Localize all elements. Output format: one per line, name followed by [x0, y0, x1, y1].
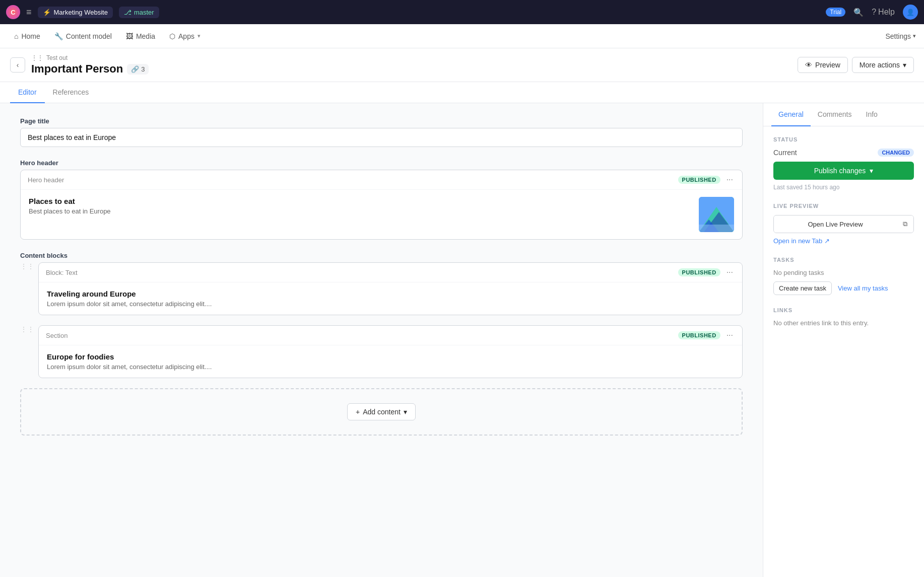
live-preview-section-title: LIVE PREVIEW: [773, 203, 914, 209]
user-avatar[interactable]: 👤: [903, 5, 918, 20]
hero-header-field: Hero header Hero header PUBLISHED ··· Pl…: [20, 159, 743, 240]
no-pending-tasks-text: No pending tasks: [773, 269, 914, 276]
nav-media[interactable]: 🖼 Media: [120, 29, 161, 43]
block-1-menu-button[interactable]: ···: [724, 331, 735, 340]
nav-apps-label: Apps: [178, 32, 194, 40]
hero-header-card-body: Places to eat Best places to eat in Euro…: [21, 190, 742, 239]
trial-badge[interactable]: Trial: [826, 8, 845, 17]
hero-header-menu-button[interactable]: ···: [724, 175, 735, 184]
hero-header-card: Hero header PUBLISHED ··· Places to eat …: [20, 170, 743, 240]
content-blocks-field: Content blocks ⋮⋮ Block: Text PUBLISHED …: [20, 252, 743, 436]
breadcrumb-icon: ⋮⋮: [31, 54, 43, 61]
add-content-chevron-icon: ▾: [404, 408, 407, 416]
publish-label: Publish changes: [814, 167, 866, 175]
publish-button[interactable]: Publish changes ▾: [773, 162, 914, 180]
content-blocks-wrapper: ⋮⋮ Block: Text PUBLISHED ··· Traveling a…: [20, 262, 743, 436]
last-saved-text: Last saved 15 hours ago: [773, 184, 914, 191]
breadcrumb: ⋮⋮ Test out: [31, 54, 791, 61]
publish-chevron-icon: ▾: [870, 167, 873, 175]
nav-home-label: Home: [21, 32, 40, 40]
menu-icon[interactable]: ≡: [26, 7, 32, 18]
block-0-content: Traveling around Europe Lorem ipsum dolo…: [47, 290, 734, 308]
hero-header-title: Places to eat: [29, 197, 691, 205]
project-selector[interactable]: ⚡ Marketing Website: [38, 7, 113, 18]
sidebar-tab-general[interactable]: General: [771, 103, 811, 126]
page-title-input[interactable]: [20, 128, 743, 147]
link-icon: 🔗: [131, 65, 139, 73]
apps-chevron-icon: ▾: [197, 33, 201, 39]
more-actions-chevron-icon: ▾: [903, 61, 906, 69]
copy-preview-link-button[interactable]: ⧉: [897, 215, 913, 233]
entry-title-row: Important Person 🔗 3: [31, 62, 791, 76]
sidebar-tabs: General Comments Info: [763, 103, 924, 126]
content-blocks-label: Content blocks: [20, 252, 743, 259]
open-in-tab-button[interactable]: Open in new Tab ↗: [773, 237, 830, 245]
search-button[interactable]: 🔍: [853, 8, 864, 17]
more-actions-label: More actions: [860, 61, 900, 69]
plus-icon: +: [356, 408, 360, 416]
drag-handle-0[interactable]: ⋮⋮: [20, 262, 34, 270]
drag-handle-1[interactable]: ⋮⋮: [20, 325, 34, 333]
help-button[interactable]: ? Help: [872, 8, 895, 17]
external-link-icon: ↗: [824, 237, 830, 245]
second-nav: ⌂ Home 🔧 Content model 🖼 Media ⬡ Apps ▾ …: [0, 24, 924, 48]
view-all-tasks-button[interactable]: View all my tasks: [838, 284, 888, 292]
status-row: Current CHANGED: [773, 149, 914, 157]
top-nav: C ≡ ⚡ Marketing Website ⎇ master Trial 🔍…: [0, 0, 924, 24]
hero-header-desc: Best places to eat in Europe: [29, 207, 691, 215]
nav-media-label: Media: [136, 32, 155, 40]
block-0-title: Traveling around Europe: [47, 290, 734, 298]
bolt-icon: ⚡: [43, 9, 51, 16]
block-card-0: Block: Text PUBLISHED ··· Traveling arou…: [38, 262, 743, 315]
tasks-section-title: TASKS: [773, 257, 914, 263]
branch-name: master: [134, 9, 154, 16]
preview-label: Preview: [815, 61, 840, 69]
sidebar-tab-comments[interactable]: Comments: [811, 103, 859, 126]
block-0-menu-button[interactable]: ···: [724, 268, 735, 277]
block-0-body: Traveling around Europe Lorem ipsum dolo…: [39, 282, 742, 315]
settings-label: Settings: [885, 32, 911, 40]
links-section: LINKS No other entries link to this entr…: [773, 307, 914, 327]
entry-header: ‹ ⋮⋮ Test out Important Person 🔗 3 👁 Pre…: [0, 48, 924, 82]
nav-home[interactable]: ⌂ Home: [8, 29, 46, 43]
sidebar: General Comments Info STATUS Current CHA…: [763, 103, 924, 577]
tasks-actions: Create new task View all my tasks: [773, 281, 914, 295]
view-all-tasks-label: View all my tasks: [838, 284, 888, 292]
ref-count: 3: [141, 65, 145, 73]
nav-content-model[interactable]: 🔧 Content model: [48, 29, 118, 43]
status-current-label: Current: [773, 149, 797, 157]
open-live-preview-button[interactable]: Open Live Preview: [774, 216, 897, 233]
settings-chevron-icon: ▾: [913, 33, 916, 39]
block-1-name: Section: [46, 332, 678, 339]
settings-button[interactable]: Settings ▾: [885, 32, 916, 40]
preview-button[interactable]: 👁 Preview: [798, 57, 848, 73]
block-1-header: Section PUBLISHED ···: [39, 326, 742, 345]
back-button[interactable]: ‹: [10, 57, 25, 73]
block-0-status: PUBLISHED: [678, 268, 720, 276]
sidebar-tab-info[interactable]: Info: [859, 103, 885, 126]
copy-icon: ⧉: [903, 220, 907, 228]
links-section-title: LINKS: [773, 307, 914, 313]
open-preview-row: Open Live Preview ⧉: [773, 215, 914, 233]
ref-badge[interactable]: 🔗 3: [127, 64, 149, 75]
preview-icon: 👁: [805, 61, 812, 69]
hero-header-block-name: Hero header: [28, 176, 678, 184]
add-content-button[interactable]: + Add content ▾: [347, 403, 416, 420]
tab-references[interactable]: References: [45, 82, 97, 103]
create-task-label: Create new task: [779, 284, 826, 292]
content-model-icon: 🔧: [54, 32, 63, 40]
page-title-field: Page title: [20, 117, 743, 147]
block-0-header: Block: Text PUBLISHED ···: [39, 263, 742, 282]
editor-area: Page title Hero header Hero header PUBLI…: [0, 103, 763, 577]
create-task-button[interactable]: Create new task: [773, 281, 832, 295]
media-icon: 🖼: [126, 32, 133, 40]
hero-header-label: Hero header: [20, 159, 743, 167]
nav-apps[interactable]: ⬡ Apps ▾: [163, 29, 207, 43]
tab-editor[interactable]: Editor: [10, 82, 45, 103]
page-title-label: Page title: [20, 117, 743, 125]
breadcrumb-text: Test out: [46, 54, 68, 61]
tasks-section: TASKS No pending tasks Create new task V…: [773, 257, 914, 295]
branch-selector[interactable]: ⎇ master: [119, 7, 159, 18]
more-actions-button[interactable]: More actions ▾: [852, 57, 914, 73]
project-name: Marketing Website: [54, 9, 108, 16]
